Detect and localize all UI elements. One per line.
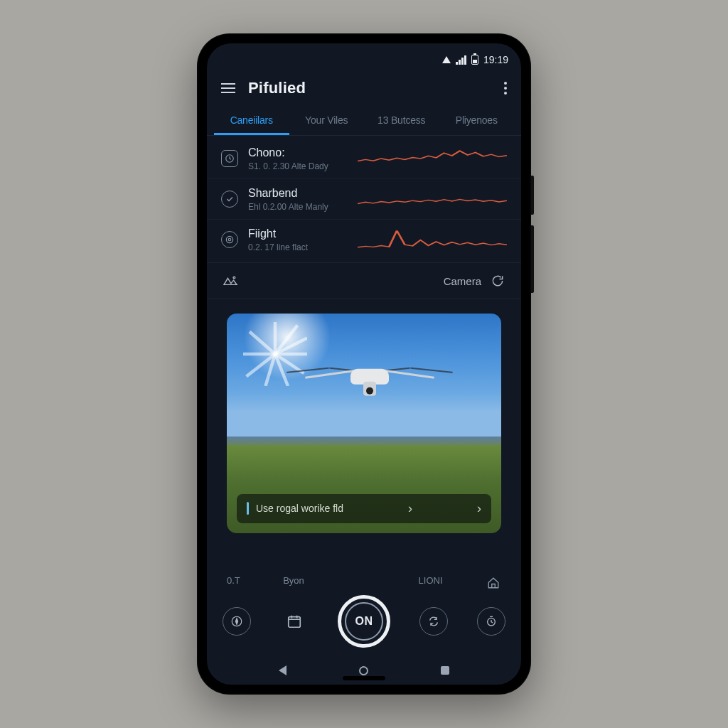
sun-icon [243, 322, 307, 386]
controls-buttons: ON [223, 595, 505, 648]
chevron-right-icon: › [477, 501, 481, 516]
overflow-icon[interactable] [504, 82, 507, 95]
nav-home[interactable] [359, 666, 368, 675]
phone-chin [343, 676, 385, 680]
screen: 19:19 Pifulied Caneiilars Your Viles 13 … [207, 43, 521, 685]
preview-banner[interactable]: Use rogal worike fld › › [237, 494, 491, 523]
banner-accent [247, 502, 249, 515]
banner-text: Use rogal worike fld [256, 503, 343, 514]
refresh-icon[interactable] [490, 273, 505, 289]
home-icon[interactable] [486, 575, 501, 591]
tab-bar: Caneiilars Your Viles 13 Butcess Pliyeno… [207, 105, 521, 136]
camera-preview-container: Use rogal worike fld › › [207, 299, 521, 539]
landscape-icon[interactable] [223, 273, 238, 289]
sync-button[interactable] [419, 607, 448, 636]
svg-point-3 [233, 277, 235, 279]
tab-your-viles[interactable]: Your Viles [289, 109, 365, 135]
battery-icon [471, 55, 478, 65]
tab-caneiilars[interactable]: Caneiilars [214, 109, 289, 135]
label-right: LIONI [419, 575, 443, 591]
camera-label[interactable]: Camera [444, 275, 481, 287]
check-icon [221, 191, 238, 208]
timer-button[interactable] [477, 607, 505, 636]
metric-list: Chono: S1. 0. 2.30 Alte Dady Sharbend Eh… [207, 136, 521, 262]
chevron-right-icon: › [408, 501, 412, 516]
list-item-subtitle: Ehl 0.2.00 Alte Manly [248, 202, 348, 212]
signal-icon [456, 55, 466, 65]
nav-back[interactable] [279, 665, 287, 675]
volume-button [531, 225, 534, 293]
power-toggle[interactable]: ON [338, 595, 390, 648]
list-item-title: Fiight [248, 227, 348, 240]
list-item[interactable]: Chono: S1. 0. 2.30 Alte Dady [207, 139, 521, 179]
list-item-title: Chono: [248, 146, 348, 159]
app-bar: Pifulied [207, 69, 521, 105]
list-item-title: Sharbend [248, 186, 348, 200]
label-left: 0.T [227, 575, 240, 591]
target-icon [221, 231, 238, 248]
list-item[interactable]: Fiight 0.2. 17 line flact [207, 220, 521, 259]
svg-point-2 [228, 238, 231, 241]
sparkline [358, 227, 507, 252]
tab-pliyenoes[interactable]: Pliyenoes [439, 109, 515, 135]
nav-recent[interactable] [441, 666, 449, 675]
phone-frame: 19:19 Pifulied Caneiilars Your Viles 13 … [197, 33, 531, 695]
power-toggle-label: ON [355, 615, 373, 628]
controls-labels: 0.T Byon LIONI [223, 575, 505, 595]
wifi-icon [442, 56, 451, 63]
list-item-subtitle: 0.2. 17 line flact [248, 242, 348, 252]
svg-rect-15 [289, 617, 301, 628]
controls: 0.T Byon LIONI ON [207, 568, 521, 656]
clock-text: 19:19 [483, 54, 508, 65]
drone-graphic [350, 369, 389, 385]
tab-13-butcess[interactable]: 13 Butcess [364, 109, 439, 135]
list-item[interactable]: Sharbend Ehl 0.2.00 Alte Manly [207, 179, 521, 220]
svg-line-11 [250, 332, 275, 355]
system-nav [207, 656, 521, 685]
list-item-subtitle: S1. 0. 2.30 Alte Dady [248, 161, 348, 171]
page-title: Pifulied [248, 79, 491, 97]
power-button [531, 176, 534, 215]
svg-point-1 [226, 236, 232, 242]
sparkline [358, 186, 507, 212]
label-mid: Byon [283, 575, 304, 591]
camera-preview[interactable]: Use rogal worike fld › › [227, 314, 501, 533]
calendar-button[interactable] [280, 607, 309, 636]
sparkline [358, 146, 507, 171]
mid-toolbar: Camera [207, 262, 521, 299]
compass-button[interactable] [223, 607, 251, 636]
clock-icon [221, 150, 238, 167]
status-bar: 19:19 [207, 43, 521, 69]
menu-icon[interactable] [221, 83, 235, 93]
